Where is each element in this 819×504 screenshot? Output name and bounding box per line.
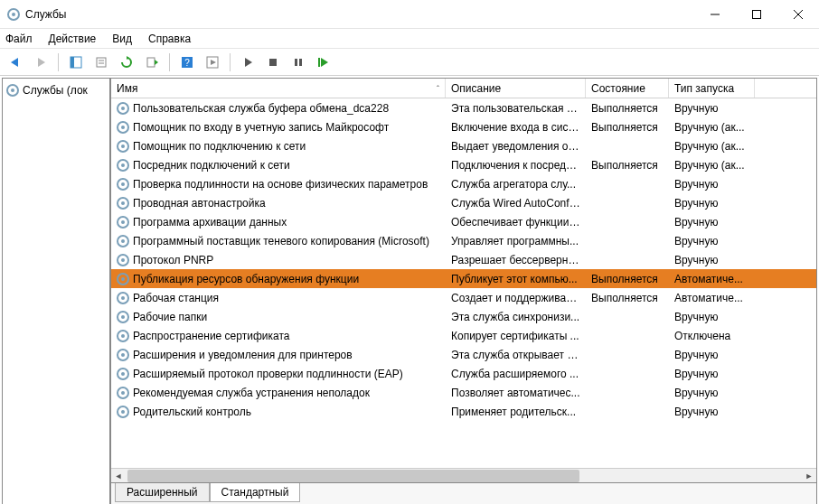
refresh-button[interactable] (117, 52, 136, 72)
service-description: Публикует этот компью... (446, 273, 586, 285)
service-name: Рабочая станция (133, 292, 219, 304)
service-row[interactable]: Расширения и уведомления для принтеровЭт… (111, 345, 816, 364)
service-name: Рабочие папки (133, 311, 207, 323)
gear-icon (117, 140, 129, 153)
service-row[interactable]: Расширяемый протокол проверки подлинност… (111, 364, 816, 383)
gear-icon (117, 102, 129, 115)
service-name: Программный поставщик теневого копирован… (133, 235, 429, 247)
service-row[interactable]: Программа архивации данныхОбеспечивает ф… (111, 212, 816, 231)
pause-service-button[interactable] (288, 52, 308, 72)
service-state: Выполняется (586, 121, 669, 134)
restart-service-button[interactable] (314, 52, 334, 72)
tree-root-services[interactable]: Службы (лок (3, 82, 109, 98)
service-description: Копирует сертификаты ... (446, 330, 586, 342)
service-row[interactable]: Проверка подлинности на основе физически… (111, 174, 816, 193)
title-bar: Службы (0, 0, 819, 29)
export-button[interactable] (142, 52, 162, 72)
scroll-right-icon[interactable]: ► (802, 469, 816, 483)
service-row[interactable]: Пользовательская служба буфера обмена_dc… (111, 98, 816, 117)
gear-icon (117, 197, 129, 210)
service-row[interactable]: Посредник подключений к сетиПодключения … (111, 155, 816, 174)
properties-button[interactable] (91, 52, 111, 72)
service-description: Эта служба синхронизи... (446, 311, 586, 323)
sort-indicator-icon: ˆ (437, 84, 439, 93)
back-button[interactable] (5, 52, 25, 72)
service-name: Посредник подключений к сети (133, 159, 290, 172)
menu-file[interactable]: Файл (5, 33, 33, 45)
column-headers: Имяˆ Описание Состояние Тип запуска (111, 79, 816, 98)
service-row[interactable]: Рабочая станцияСоздает и поддерживает ..… (111, 288, 816, 307)
close-button[interactable] (777, 0, 819, 29)
column-description[interactable]: Описание (446, 79, 586, 98)
service-row[interactable]: Родительский контрольПрименяет родительс… (111, 402, 816, 421)
action-button[interactable] (202, 52, 222, 72)
service-startup-type: Вручную (669, 102, 755, 115)
service-startup-type: Отключена (669, 330, 755, 342)
tab-standard[interactable]: Стандартный (210, 483, 301, 502)
column-name[interactable]: Имяˆ (111, 79, 446, 98)
service-startup-type: Вручную (669, 406, 755, 418)
service-startup-type: Вручную (ак... (669, 140, 755, 153)
gear-icon (117, 406, 129, 418)
service-row[interactable]: Проводная автонастройкаСлужба Wired Auto… (111, 193, 816, 212)
tab-extended[interactable]: Расширенный (115, 483, 210, 502)
column-state[interactable]: Состояние (586, 79, 669, 98)
service-name: Программа архивации данных (133, 216, 287, 229)
gear-icon (117, 121, 129, 134)
service-name: Пользовательская служба буфера обмена_dc… (133, 102, 389, 115)
service-description: Служба агрегатора слу... (446, 178, 586, 191)
service-description: Разрешает бессерверно... (446, 254, 586, 266)
column-startup-type[interactable]: Тип запуска (669, 79, 755, 98)
service-row[interactable]: Помощник по входу в учетную запись Майкр… (111, 117, 816, 136)
help-button[interactable]: ? (177, 52, 197, 72)
service-rows: Пользовательская служба буфера обмена_dc… (111, 98, 816, 421)
scroll-thumb[interactable] (127, 470, 579, 482)
service-description: Позволяет автоматичес... (446, 387, 586, 399)
service-state: Выполняется (586, 273, 669, 285)
service-startup-type: Автоматиче... (669, 292, 755, 304)
service-row[interactable]: Публикация ресурсов обнаружения функцииП… (111, 269, 816, 288)
show-hide-tree-button[interactable] (66, 52, 86, 72)
gear-icon (117, 311, 129, 323)
tree-root-label: Службы (лок (23, 84, 88, 97)
toolbar-separator (169, 53, 170, 71)
toolbar: ? (0, 49, 819, 76)
service-startup-type: Вручную (669, 368, 755, 380)
window-controls (694, 0, 819, 29)
service-row[interactable]: Протокол PNRPРазрешает бессерверно...Вру… (111, 250, 816, 269)
service-row[interactable]: Распространение сертификатаКопирует серт… (111, 326, 816, 345)
menu-help[interactable]: Справка (148, 33, 191, 45)
app-icon (7, 8, 20, 21)
service-name: Проверка подлинности на основе физически… (133, 178, 428, 191)
service-startup-type: Вручную (ак... (669, 121, 755, 134)
gear-icon (117, 330, 129, 342)
menu-action[interactable]: Действие (49, 33, 97, 45)
start-service-button[interactable] (238, 52, 258, 72)
service-name: Помощник по подключению к сети (133, 140, 306, 153)
service-state: Выполняется (586, 159, 669, 172)
svg-marker-17 (211, 60, 216, 65)
service-description: Служба Wired AutoConfi... (446, 197, 586, 210)
svg-rect-23 (318, 58, 320, 67)
svg-rect-19 (269, 59, 277, 66)
horizontal-scrollbar[interactable]: ◄ ► (111, 468, 816, 482)
service-name: Расширения и уведомления для принтеров (133, 349, 353, 361)
gear-icon (117, 235, 129, 247)
stop-service-button[interactable] (263, 52, 283, 72)
service-row[interactable]: Рабочие папкиЭта служба синхронизи...Вру… (111, 307, 816, 326)
maximize-button[interactable] (736, 0, 777, 29)
svg-marker-5 (38, 58, 45, 67)
gear-icon (117, 292, 129, 304)
list-pane: Имяˆ Описание Состояние Тип запуска Поль… (111, 79, 816, 504)
minimize-button[interactable] (694, 0, 736, 29)
svg-marker-4 (11, 58, 18, 67)
service-row[interactable]: Рекомендуемая служба устранения неполадо… (111, 383, 816, 402)
service-row[interactable]: Помощник по подключению к сетиВыдает уве… (111, 136, 816, 155)
menu-view[interactable]: Вид (112, 33, 132, 45)
gear-icon (117, 387, 129, 399)
service-startup-type: Вручную (ак... (669, 159, 755, 172)
service-row[interactable]: Программный поставщик теневого копирован… (111, 231, 816, 250)
forward-button[interactable] (31, 52, 51, 72)
scroll-left-icon[interactable]: ◄ (111, 469, 126, 483)
service-startup-type: Вручную (669, 349, 755, 361)
